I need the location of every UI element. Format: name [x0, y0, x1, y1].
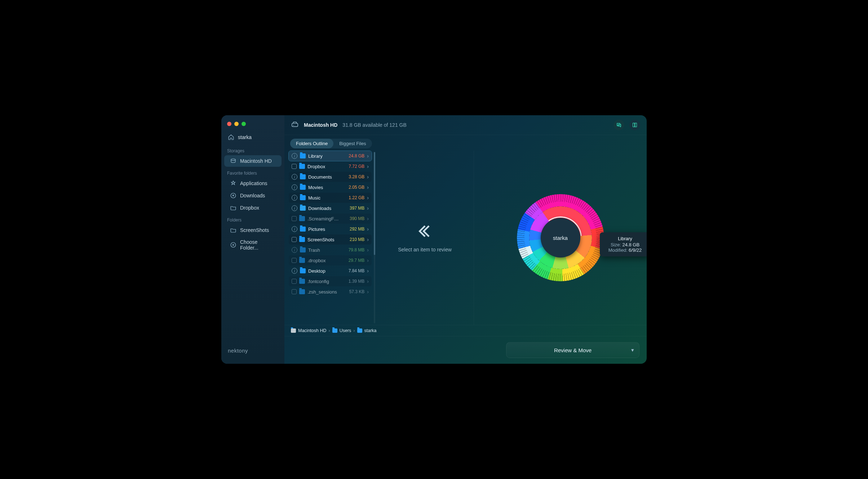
- sidebar-fav-applications[interactable]: Applications: [224, 178, 282, 189]
- breadcrumb-separator: ›: [353, 328, 355, 333]
- review-move-button[interactable]: Review & Move ▾: [506, 342, 639, 358]
- folder-name: Music: [308, 195, 340, 201]
- breadcrumb-item[interactable]: Users: [340, 328, 351, 333]
- folder-size: 57.3 KB: [342, 289, 364, 294]
- chevron-right-icon[interactable]: ›: [367, 184, 369, 190]
- folder-name: Downloads: [308, 206, 340, 211]
- chevron-right-icon[interactable]: ›: [367, 289, 369, 295]
- chevron-right-icon[interactable]: ›: [367, 205, 369, 211]
- folder-row[interactable]: ScreenShots210 MB›: [289, 234, 372, 245]
- sidebar-item-label: ScreenShots: [240, 227, 269, 233]
- select-checkbox[interactable]: [292, 279, 297, 284]
- folder-size: 210 MB: [342, 237, 364, 242]
- sidebar-fav-downloads[interactable]: Downloads: [224, 190, 282, 201]
- breadcrumb-item[interactable]: starka: [364, 328, 377, 333]
- info-icon[interactable]: i: [292, 205, 297, 211]
- folder-name: ScreenShots: [307, 237, 340, 242]
- sidebar-choose-folder[interactable]: Choose Folder...: [224, 237, 282, 253]
- sidebar-section-favorites: Favorite folders: [221, 167, 284, 177]
- sunburst-center[interactable]: starka: [541, 218, 580, 258]
- info-icon[interactable]: i: [292, 268, 297, 274]
- chevron-right-icon[interactable]: ›: [367, 174, 369, 180]
- sidebar-home[interactable]: starka: [221, 132, 284, 145]
- chevron-right-icon[interactable]: ›: [367, 195, 369, 201]
- sidebar: starka Storages Macintosh HD Favorite fo…: [221, 115, 284, 364]
- folder-row[interactable]: .ScreamingFrog…390 MB›: [289, 214, 372, 224]
- select-checkbox[interactable]: [292, 258, 297, 263]
- sunburst-center-label: starka: [553, 235, 568, 241]
- info-icon[interactable]: i: [292, 247, 297, 253]
- chevron-right-icon[interactable]: ›: [367, 278, 369, 284]
- chevron-right-icon[interactable]: ›: [367, 247, 369, 253]
- folder-row[interactable]: iDownloads397 MB›: [289, 203, 372, 213]
- tab-folders-outline[interactable]: Folders Outline: [290, 139, 333, 148]
- folder-row[interactable]: .zsh_sessions57.3 KB›: [289, 287, 372, 297]
- drive-icon: [291, 328, 296, 333]
- folder-row[interactable]: iLibrary24.8 GB›: [289, 151, 372, 161]
- chevron-right-icon[interactable]: ›: [367, 258, 369, 263]
- folder-row[interactable]: iMovies2.05 GB›: [289, 182, 372, 192]
- select-checkbox[interactable]: [292, 237, 297, 242]
- info-icon[interactable]: i: [292, 184, 297, 190]
- chevron-right-icon[interactable]: ›: [367, 226, 369, 232]
- close-window-button[interactable]: [227, 122, 231, 126]
- folder-size: 24.8 GB: [342, 153, 364, 158]
- select-checkbox[interactable]: [292, 216, 297, 221]
- folder-name: Pictures: [308, 227, 340, 232]
- info-icon[interactable]: i: [292, 195, 297, 201]
- sidebar-storage-macintosh-hd[interactable]: Macintosh HD: [224, 155, 282, 167]
- folder-row[interactable]: iTrash79.8 MB›: [289, 245, 372, 255]
- volume-name: Macintosh HD: [304, 122, 337, 128]
- folder-row[interactable]: .dropbox29.7 MB›: [289, 255, 372, 265]
- plus-circle-icon: [230, 242, 236, 248]
- breadcrumb-item[interactable]: Macintosh HD: [298, 328, 327, 333]
- chevrons-left-icon: [417, 223, 433, 240]
- folder-row[interactable]: .fontconfig1.39 MB›: [289, 276, 372, 286]
- home-icon: [228, 134, 234, 140]
- info-icon[interactable]: i: [292, 174, 297, 180]
- folder-row[interactable]: Dropbox7.72 GB›: [289, 161, 372, 171]
- tooltip-modified-value: 6/9/22: [629, 247, 642, 253]
- chevron-right-icon[interactable]: ›: [367, 216, 369, 221]
- sunburst-panel: starka Library Size: 24.8 GB Modified: 6…: [474, 151, 647, 325]
- select-checkbox[interactable]: [292, 164, 297, 169]
- guide-button[interactable]: [629, 120, 640, 130]
- chevron-right-icon[interactable]: ›: [367, 164, 369, 169]
- folder-size: 3.28 GB: [342, 174, 364, 179]
- folder-row[interactable]: iDesktop7.84 MB›: [289, 266, 372, 276]
- folder-icon: [299, 216, 305, 221]
- footer: Review & Move ▾: [284, 336, 647, 364]
- sunburst-tooltip: Library Size: 24.8 GB Modified: 6/9/22: [600, 232, 647, 256]
- folder-icon: [300, 174, 306, 179]
- folder-row[interactable]: iDocuments3.28 GB›: [289, 172, 372, 182]
- folder-row[interactable]: iMusic1.22 GB›: [289, 193, 372, 203]
- sidebar-section-folders: Folders: [221, 214, 284, 224]
- sidebar-fav-dropbox[interactable]: Dropbox: [224, 202, 282, 214]
- feedback-button[interactable]: [614, 120, 624, 130]
- chevron-right-icon[interactable]: ›: [367, 153, 369, 159]
- info-icon[interactable]: i: [292, 153, 297, 159]
- folder-size: 1.39 MB: [342, 279, 364, 284]
- minimize-window-button[interactable]: [234, 122, 239, 126]
- folder-list-scrollbar[interactable]: [374, 152, 375, 323]
- preview-hint: Select an item to review: [398, 247, 452, 252]
- drive-icon: [230, 158, 236, 164]
- volume-availability: 31.8 GB available of 121 GB: [342, 122, 406, 128]
- sidebar-folder-screenshots[interactable]: ScreenShots: [224, 224, 282, 236]
- folder-icon: [300, 153, 306, 158]
- tab-biggest-files[interactable]: Biggest Files: [333, 139, 372, 148]
- preview-panel: Select an item to review: [376, 151, 474, 325]
- sidebar-item-label: Dropbox: [240, 205, 259, 211]
- chevron-right-icon[interactable]: ›: [367, 268, 369, 274]
- folder-name: .fontconfig: [307, 279, 340, 284]
- sidebar-item-label: Downloads: [240, 193, 265, 198]
- zoom-window-button[interactable]: [242, 122, 246, 126]
- tooltip-size-value: 24.8 GB: [622, 242, 639, 247]
- app-window: starka Storages Macintosh HD Favorite fo…: [221, 115, 647, 364]
- folder-row[interactable]: iPictures292 MB›: [289, 224, 372, 234]
- folder-icon: [299, 164, 305, 169]
- folder-size: 2.05 GB: [342, 185, 364, 190]
- select-checkbox[interactable]: [292, 289, 297, 294]
- chevron-right-icon[interactable]: ›: [367, 237, 369, 242]
- info-icon[interactable]: i: [292, 226, 297, 232]
